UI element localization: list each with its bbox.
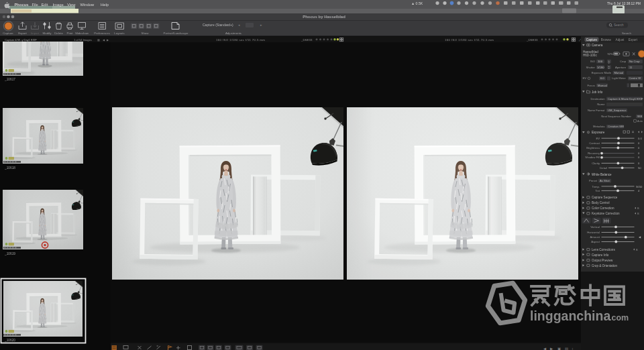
svg-text:Name Format: Name Format [588,109,605,112]
svg-text:Crop: Crop [620,60,627,63]
svg-text:Horizontal: Horizontal [587,231,600,234]
svg-text:Capture & M...y Day1 EXIF: Capture & M...y Day1 EXIF [5,38,37,42]
svg-text:_10619: _10619 [4,252,15,255]
svg-text:H6D-100c: H6D-100c [583,54,597,57]
svg-text:Edit: Edit [42,3,48,7]
svg-text:Camera: Camera [592,44,603,47]
svg-text:Adjustments: Adjustments [225,32,242,35]
svg-text:lingganchina: lingganchina [530,308,610,323]
svg-text:▦: ▦ [97,38,100,42]
svg-text:Slideshow: Slideshow [75,32,89,35]
svg-text:Help: Help [101,3,109,7]
svg-text:_10620: _10620 [4,339,15,342]
svg-text:Capture (Standard+): Capture (Standard+) [203,23,233,27]
svg-text:ISO: ISO [590,60,596,63]
svg-text:50: 50 [638,166,641,170]
svg-text:Thu 6 Jul 12:38:12 PM: Thu 6 Jul 12:38:12 PM [607,1,641,5]
svg-text:988: 988 [637,115,643,118]
svg-text:Detail: Detail [600,166,607,170]
svg-text:Temp.: Temp. [592,185,600,188]
svg-text:B: B [636,248,638,251]
svg-text:Keystone Correction: Keystone Correction [592,212,620,215]
svg-text:Capture: Capture [3,32,13,35]
svg-text:Destination: Destination [591,97,606,101]
svg-text:Search: Search [622,32,631,35]
svg-text:↕: ↕ [572,347,574,350]
svg-text:Aperture: Aperture [615,66,627,69]
svg-text:▤: ▤ [565,347,568,350]
svg-text:Capture Info: Capture Info [592,253,609,257]
svg-text:EV: EV [582,76,586,80]
svg-text:Preferences: Preferences [94,32,110,35]
svg-text:Color Correction: Color Correction [592,207,614,210]
svg-text:Delete: Delete [54,32,63,35]
svg-text:▼: ▼ [608,62,610,64]
svg-text:Phocus by Hasselblad: Phocus by Hasselblad [303,15,345,19]
svg-text:Portrait/Landscape: Portrait/Landscape [164,32,189,35]
svg-text:UM_Sequence: UM_Sequence [608,109,627,112]
svg-text:Metadata: Metadata [593,125,605,128]
svg-text:Contrast: Contrast [589,141,600,145]
svg-text:11: 11 [629,66,633,69]
svg-text:▣: ▣ [557,347,561,350]
svg-text:_10618: _10618 [4,166,15,170]
svg-text:Amount: Amount [590,235,600,239]
svg-text:Shadow Fill: Shadow Fill [585,156,600,159]
svg-text:Clarity: Clarity [592,162,600,165]
svg-text:Aspect: Aspect [591,240,600,243]
svg-text:Capture Sequence: Capture Sequence [592,196,618,199]
svg-text:▲ 0.5K: ▲ 0.5K [411,1,423,5]
svg-text:Image: Image [53,3,64,7]
svg-text:Preset: Preset [589,179,598,182]
svg-text:Name: Name [597,103,605,106]
svg-text:_10617: _10617 [4,78,15,81]
svg-text:Shutter: Shutter [586,66,595,69]
svg-text:Manual: Manual [614,71,624,74]
svg-text:Print: Print [66,32,73,35]
svg-text:Creation GM: Creation GM [608,125,624,128]
svg-text:Exposure Mode: Exposure Mode [592,71,612,74]
svg-text:0.0: 0.0 [600,76,604,80]
svg-text:EV: EV [596,137,600,140]
svg-text:Phocus: Phocus [15,3,29,7]
svg-text:0.0: 0.0 [638,137,642,140]
svg-text:B: B [637,212,639,215]
svg-text:Capture & Movie Day1 EXIF: Capture & Movie Day1 EXIF [608,97,643,101]
svg-text:View: View [67,3,76,7]
svg-text:_DSE33: _DSE33 [526,38,538,42]
svg-text:Layouts: Layouts [114,32,125,35]
svg-text:Window: Window [80,3,95,7]
svg-text:Light Meter: Light Meter [612,76,627,80]
svg-text:Modify: Modify [43,32,52,35]
svg-text:160 ISO 1/180 sec f/11 70.5: 160 ISO 1/180 sec f/11 70.5 mm [445,38,494,42]
svg-text:Manual: Manual [598,84,607,87]
svg-text:No Crop: No Crop [629,60,640,63]
svg-text:Export: Export [629,38,638,42]
svg-text:Recovery: Recovery [588,152,600,155]
svg-text:Capture: Capture [586,38,598,42]
svg-text:Output Preview: Output Preview [592,259,613,262]
svg-text:Import: Import [31,32,40,35]
svg-text:.com: .com [609,313,629,323]
svg-text:100: 100 [598,60,603,63]
svg-text:As Shot: As Shot [600,179,610,182]
svg-text:Show: Show [142,32,150,35]
svg-text:Next Sequence Number: Next Sequence Number [601,115,631,118]
svg-text:Browse: Browse [601,38,612,42]
svg-text:Auto: Auto [637,120,643,123]
svg-text:Centre W: Centre W [629,76,641,80]
svg-text:_DSE33: _DSE33 [301,38,313,42]
svg-text:Job Info: Job Info [592,91,603,94]
svg-text:Lens Corrections: Lens Corrections [592,248,615,251]
svg-text:File: File [32,3,38,7]
svg-text:Focus: Focus [588,84,595,87]
svg-text:Export: Export [18,32,27,35]
svg-text:White Balance: White Balance [592,173,612,176]
svg-text:Tint: Tint [595,189,600,192]
svg-text:▼: ▼ [608,67,610,70]
svg-text:Crop & Orientation: Crop & Orientation [592,264,617,268]
svg-text:B: B [637,207,639,210]
svg-text:Search: Search [614,23,624,27]
svg-text:1/180: 1/180 [597,66,604,69]
svg-text:Adjust: Adjust [616,38,625,42]
